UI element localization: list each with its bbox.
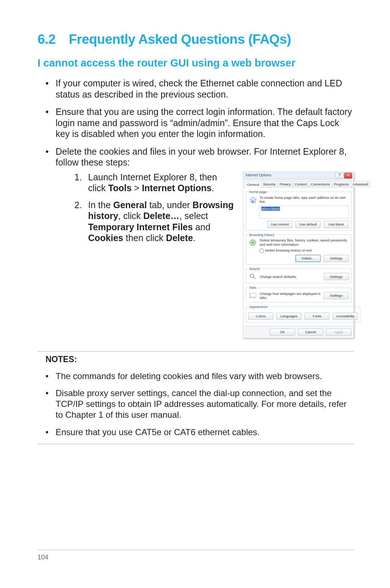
group-browsing-history: Browsing history Delete temporary files,… [246,233,351,265]
document-page: 6.2 Frequently Asked Questions (FAQs) I … [0,0,390,444]
delete-on-exit-checkbox[interactable]: Delete browsing history on exit [260,248,349,253]
steps-and-dialog: Launch Internet Explorer 8, then click T… [56,172,354,338]
checkbox-input[interactable] [260,249,264,253]
tabs-text: Change how webpages are displayed in tab… [260,292,321,300]
step-text: , select [179,211,208,221]
search-settings-button[interactable]: Settings [324,273,349,280]
tab-security[interactable]: Security [261,181,278,188]
group-home-page: Home page To create home page tabs, type… [246,190,351,231]
step: Launch Internet Explorer 8, then click T… [74,172,237,194]
steps-list: Launch Internet Explorer 8, then click T… [74,172,237,338]
step-bold: Tools [108,183,132,193]
group-legend: Appearance [248,305,269,309]
page-number: 104 [38,554,48,561]
delete-button[interactable]: Delete... [295,255,321,262]
step-bold: Cookies [88,233,123,243]
step-bold: Temporary Internet Files [88,222,193,232]
history-text: Delete temporary files, history, cookies… [260,238,349,246]
help-button[interactable]: ? [335,173,343,179]
group-tabs: Tabs Change how webpages are displayed i… [246,286,351,302]
step-text: In the [88,200,113,210]
history-icon [248,238,257,247]
tab-programs[interactable]: Programs [332,181,351,188]
tab-advanced[interactable]: Advanced [351,181,370,188]
step-text: tab, under [147,200,192,210]
tab-connections[interactable]: Connections [309,181,332,188]
page-footer: 104 [38,550,354,561]
ok-button[interactable]: OK [270,329,295,336]
tab-privacy[interactable]: Privacy [277,181,293,188]
use-blank-button[interactable]: Use blank [324,221,349,228]
apply-button[interactable]: Apply [326,329,351,336]
fonts-button[interactable]: Fonts [304,313,330,320]
dialog-titlebar: Internet Options ? ✕ [243,172,354,180]
step-bold: General [113,200,147,210]
note-item: Disable proxy server settings, cancel th… [46,388,354,420]
svg-rect-5 [250,293,256,297]
note-item: The commands for deleting cookies and fi… [46,371,354,382]
step-text: . [193,233,195,243]
faq-question: I cannot access the router GUI using a w… [38,57,354,69]
svg-rect-0 [252,201,254,203]
group-legend: Tabs [248,286,257,290]
group-search: Search Change search defaults. Settings [246,267,351,284]
colors-button[interactable]: Colors [248,313,273,320]
svg-point-2 [250,274,254,278]
step-bold: Internet Options [142,183,212,193]
use-current-button[interactable]: Use current [267,221,292,228]
history-settings-button[interactable]: Settings [324,255,349,262]
separator [38,444,354,444]
close-button[interactable]: ✕ [344,173,352,179]
step-bold: Delete… [143,211,179,221]
home-icon [248,196,257,204]
step-text: and [193,222,211,232]
search-icon [248,272,257,281]
cancel-button[interactable]: Cancel [298,329,323,336]
step-text: . [212,183,214,193]
note-item: Ensure that you use CAT5e or CAT6 ethern… [46,427,354,438]
svg-line-3 [254,277,255,279]
notes-list: The commands for deleting cookies and fi… [46,371,354,438]
home-page-text: To create home page tabs, type each addr… [260,196,349,204]
notes-heading: NOTES: [46,355,354,364]
tab-general[interactable]: General [245,181,261,188]
group-legend: Home page [248,190,268,194]
group-appearance: Appearance Colors Languages Fonts Access… [246,305,360,322]
use-default-button[interactable]: Use default [295,221,321,228]
search-text: Change search defaults. [260,275,321,279]
faq-bullet: Delete the cookies and files in your web… [46,146,354,338]
dialog-tabs: General Security Privacy Content Connect… [243,180,354,188]
step-bold: Delete [166,233,193,243]
faq-bullet: Ensure that you are using the correct lo… [46,106,354,140]
tab-content[interactable]: Content [292,181,309,188]
accessibility-button[interactable]: Accessibility [333,313,358,320]
separator [38,351,354,352]
dialog-title: Internet Options [246,173,271,177]
dialog-body: Home page To create home page tabs, type… [243,188,354,326]
faq-bullet-text: Delete the cookies and files in your web… [56,146,347,168]
internet-options-dialog: Internet Options ? ✕ General Security Pr… [243,172,354,338]
step-text: > [131,183,142,193]
dialog-footer: OK Cancel Apply [243,326,354,338]
checkbox-label: Delete browsing history on exit [265,248,312,253]
home-page-value: about:blank [261,207,280,211]
languages-button[interactable]: Languages [276,313,302,320]
tabs-icon [248,291,257,300]
group-legend: Browsing history [248,233,276,237]
section-heading: 6.2 Frequently Asked Questions (FAQs) [38,32,354,47]
group-legend: Search [248,267,261,271]
step-text: then click [123,233,166,243]
home-page-textarea[interactable]: about:blank [260,206,349,219]
faq-bullet-list: If your computer is wired, check the Eth… [46,78,354,338]
faq-bullet: If your computer is wired, check the Eth… [46,78,354,100]
step-text: , click [118,211,143,221]
titlebar-buttons: ? ✕ [335,173,352,179]
tabs-settings-button[interactable]: Settings [324,292,349,299]
step: In the General tab, under Browsing histo… [74,199,237,244]
